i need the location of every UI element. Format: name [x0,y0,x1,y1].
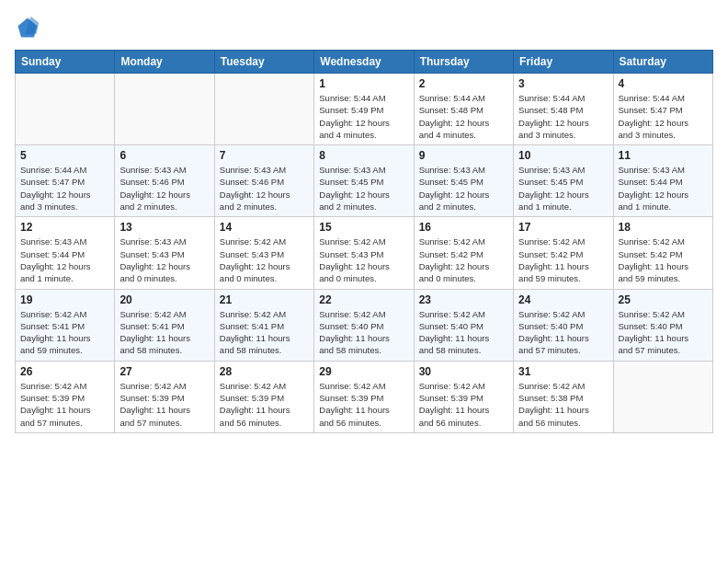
calendar-week-row: 19Sunrise: 5:42 AMSunset: 5:41 PMDayligh… [16,289,713,361]
day-number: 11 [619,149,708,162]
day-info: Sunrise: 5:43 AMSunset: 5:45 PMDaylight:… [518,164,608,213]
day-info: Sunrise: 5:43 AMSunset: 5:46 PMDaylight:… [119,164,209,213]
calendar-day-cell: 29Sunrise: 5:42 AMSunset: 5:39 PMDayligh… [314,361,414,432]
day-info: Sunrise: 5:44 AMSunset: 5:48 PMDaylight:… [419,92,508,141]
calendar-day-cell: 12Sunrise: 5:43 AMSunset: 5:44 PMDayligh… [16,217,115,289]
calendar-day-cell [115,74,214,145]
calendar-week-row: 26Sunrise: 5:42 AMSunset: 5:39 PMDayligh… [16,361,713,432]
calendar-day-cell: 30Sunrise: 5:42 AMSunset: 5:39 PMDayligh… [414,361,513,432]
calendar-day-cell: 22Sunrise: 5:42 AMSunset: 5:40 PMDayligh… [314,289,414,361]
day-number: 27 [119,365,209,378]
calendar-week-row: 5Sunrise: 5:44 AMSunset: 5:47 PMDaylight… [16,145,713,217]
calendar-header-row: SundayMondayTuesdayWednesdayThursdayFrid… [16,51,713,74]
calendar-day-cell [214,74,313,145]
day-of-week-header: Tuesday [214,51,313,74]
day-of-week-header: Saturday [613,51,712,74]
day-number: 14 [220,221,309,234]
logo [15,15,44,40]
day-number: 17 [518,221,608,234]
day-info: Sunrise: 5:43 AMSunset: 5:45 PMDaylight:… [319,164,408,213]
day-number: 31 [518,365,608,378]
day-of-week-header: Friday [514,51,613,74]
day-number: 25 [619,293,708,306]
day-info: Sunrise: 5:42 AMSunset: 5:39 PMDaylight:… [319,380,408,429]
calendar-day-cell: 21Sunrise: 5:42 AMSunset: 5:41 PMDayligh… [214,289,313,361]
calendar-day-cell: 19Sunrise: 5:42 AMSunset: 5:41 PMDayligh… [16,289,115,361]
calendar-day-cell: 15Sunrise: 5:42 AMSunset: 5:43 PMDayligh… [314,217,414,289]
calendar-day-cell: 5Sunrise: 5:44 AMSunset: 5:47 PMDaylight… [16,145,115,217]
calendar-day-cell: 14Sunrise: 5:42 AMSunset: 5:43 PMDayligh… [214,217,313,289]
day-info: Sunrise: 5:42 AMSunset: 5:41 PMDaylight:… [20,308,109,357]
day-number: 19 [20,293,109,306]
day-info: Sunrise: 5:42 AMSunset: 5:41 PMDaylight:… [119,308,209,357]
day-number: 5 [20,149,109,162]
calendar-day-cell: 9Sunrise: 5:43 AMSunset: 5:45 PMDaylight… [414,145,513,217]
day-number: 9 [419,149,508,162]
day-info: Sunrise: 5:42 AMSunset: 5:39 PMDaylight:… [119,380,209,429]
calendar-day-cell: 10Sunrise: 5:43 AMSunset: 5:45 PMDayligh… [514,145,613,217]
day-info: Sunrise: 5:44 AMSunset: 5:49 PMDaylight:… [319,92,408,141]
calendar-day-cell [16,74,115,145]
calendar-day-cell: 1Sunrise: 5:44 AMSunset: 5:49 PMDaylight… [314,74,414,145]
day-of-week-header: Wednesday [314,51,414,74]
day-number: 22 [319,293,408,306]
calendar-day-cell: 6Sunrise: 5:43 AMSunset: 5:46 PMDaylight… [115,145,214,217]
day-number: 7 [220,149,309,162]
day-info: Sunrise: 5:42 AMSunset: 5:41 PMDaylight:… [220,308,309,357]
day-info: Sunrise: 5:43 AMSunset: 5:44 PMDaylight:… [619,164,708,213]
calendar-day-cell: 7Sunrise: 5:43 AMSunset: 5:46 PMDaylight… [214,145,313,217]
day-info: Sunrise: 5:42 AMSunset: 5:42 PMDaylight:… [619,236,708,284]
calendar-day-cell: 24Sunrise: 5:42 AMSunset: 5:40 PMDayligh… [514,289,613,361]
calendar-week-row: 12Sunrise: 5:43 AMSunset: 5:44 PMDayligh… [16,217,713,289]
calendar-day-cell: 4Sunrise: 5:44 AMSunset: 5:47 PMDaylight… [613,74,712,145]
day-number: 20 [119,293,209,306]
day-number: 23 [419,293,508,306]
calendar-day-cell: 2Sunrise: 5:44 AMSunset: 5:48 PMDaylight… [414,74,513,145]
day-info: Sunrise: 5:44 AMSunset: 5:47 PMDaylight:… [619,92,708,141]
calendar-day-cell: 25Sunrise: 5:42 AMSunset: 5:40 PMDayligh… [613,289,712,361]
calendar-day-cell: 17Sunrise: 5:42 AMSunset: 5:42 PMDayligh… [514,217,613,289]
calendar-week-row: 1Sunrise: 5:44 AMSunset: 5:49 PMDaylight… [16,74,713,145]
logo-icon [15,15,40,40]
day-info: Sunrise: 5:42 AMSunset: 5:39 PMDaylight:… [20,380,109,429]
day-number: 12 [20,221,109,234]
day-number: 8 [319,149,408,162]
day-info: Sunrise: 5:43 AMSunset: 5:46 PMDaylight:… [220,164,309,213]
day-number: 16 [419,221,508,234]
calendar-day-cell: 27Sunrise: 5:42 AMSunset: 5:39 PMDayligh… [115,361,214,432]
day-info: Sunrise: 5:42 AMSunset: 5:43 PMDaylight:… [319,236,408,284]
day-of-week-header: Sunday [16,51,115,74]
day-info: Sunrise: 5:42 AMSunset: 5:40 PMDaylight:… [518,308,608,357]
calendar-day-cell: 23Sunrise: 5:42 AMSunset: 5:40 PMDayligh… [414,289,513,361]
day-info: Sunrise: 5:44 AMSunset: 5:47 PMDaylight:… [20,164,109,213]
calendar-day-cell: 8Sunrise: 5:43 AMSunset: 5:45 PMDaylight… [314,145,414,217]
day-info: Sunrise: 5:42 AMSunset: 5:39 PMDaylight:… [419,380,508,429]
calendar-day-cell: 31Sunrise: 5:42 AMSunset: 5:38 PMDayligh… [514,361,613,432]
day-number: 29 [319,365,408,378]
day-info: Sunrise: 5:44 AMSunset: 5:48 PMDaylight:… [518,92,608,141]
day-number: 28 [220,365,309,378]
calendar-day-cell: 18Sunrise: 5:42 AMSunset: 5:42 PMDayligh… [613,217,712,289]
day-info: Sunrise: 5:43 AMSunset: 5:43 PMDaylight:… [119,236,209,284]
calendar-day-cell: 16Sunrise: 5:42 AMSunset: 5:42 PMDayligh… [414,217,513,289]
day-number: 30 [419,365,508,378]
day-number: 1 [319,77,408,90]
day-info: Sunrise: 5:42 AMSunset: 5:38 PMDaylight:… [518,380,608,429]
day-number: 13 [119,221,209,234]
day-number: 2 [419,77,508,90]
day-info: Sunrise: 5:42 AMSunset: 5:42 PMDaylight:… [518,236,608,284]
day-of-week-header: Monday [115,51,214,74]
day-number: 6 [119,149,209,162]
calendar-day-cell: 26Sunrise: 5:42 AMSunset: 5:39 PMDayligh… [16,361,115,432]
day-info: Sunrise: 5:42 AMSunset: 5:40 PMDaylight:… [319,308,408,357]
day-number: 3 [518,77,608,90]
day-number: 18 [619,221,708,234]
day-info: Sunrise: 5:42 AMSunset: 5:43 PMDaylight:… [220,236,309,284]
day-number: 26 [20,365,109,378]
day-info: Sunrise: 5:42 AMSunset: 5:39 PMDaylight:… [220,380,309,429]
day-info: Sunrise: 5:42 AMSunset: 5:42 PMDaylight:… [419,236,508,284]
calendar-day-cell: 28Sunrise: 5:42 AMSunset: 5:39 PMDayligh… [214,361,313,432]
calendar-day-cell [613,361,712,432]
calendar-day-cell: 3Sunrise: 5:44 AMSunset: 5:48 PMDaylight… [514,74,613,145]
calendar-table: SundayMondayTuesdayWednesdayThursdayFrid… [15,50,713,433]
